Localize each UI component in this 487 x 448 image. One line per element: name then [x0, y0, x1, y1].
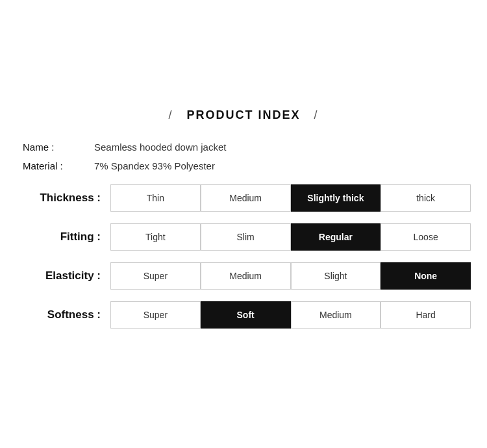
- product-info: Name : Seamless hooded down jacket Mater…: [16, 142, 471, 171]
- header: / PRODUCT INDEX /: [16, 108, 471, 122]
- index-row-thickness: Thickness :ThinMediumSlightly thickthick: [16, 184, 471, 212]
- thickness-option-0[interactable]: Thin: [110, 184, 201, 212]
- thickness-option-3[interactable]: thick: [381, 184, 471, 212]
- softness-options: SuperSoftMediumHard: [110, 301, 471, 329]
- title-text: PRODUCT INDEX: [186, 108, 300, 121]
- material-label: Material :: [23, 160, 94, 171]
- elasticity-option-2[interactable]: Slight: [291, 262, 381, 290]
- prefix-slash: /: [168, 108, 173, 121]
- thickness-options: ThinMediumSlightly thickthick: [110, 184, 471, 212]
- fitting-option-1[interactable]: Slim: [201, 223, 291, 251]
- header-title: / PRODUCT INDEX /: [168, 108, 318, 121]
- elasticity-option-1[interactable]: Medium: [201, 262, 291, 290]
- softness-label: Softness :: [16, 308, 110, 321]
- fitting-option-0[interactable]: Tight: [110, 223, 201, 251]
- softness-option-3[interactable]: Hard: [381, 301, 471, 329]
- softness-option-0[interactable]: Super: [110, 301, 201, 329]
- fitting-options: TightSlimRegularLoose: [110, 223, 471, 251]
- elasticity-option-0[interactable]: Super: [110, 262, 201, 290]
- material-row: Material : 7% Spandex 93% Polyester: [23, 160, 471, 171]
- thickness-option-2[interactable]: Slightly thick: [291, 184, 381, 212]
- material-value: 7% Spandex 93% Polyester: [94, 160, 215, 171]
- thickness-option-1[interactable]: Medium: [201, 184, 291, 212]
- fitting-label: Fitting :: [16, 230, 110, 243]
- index-row-elasticity: Elasticity :SuperMediumSlightNone: [16, 262, 471, 290]
- elasticity-option-3[interactable]: None: [381, 262, 471, 290]
- index-row-fitting: Fitting :TightSlimRegularLoose: [16, 223, 471, 251]
- elasticity-label: Elasticity :: [16, 269, 110, 282]
- name-label: Name :: [23, 142, 94, 153]
- index-row-softness: Softness :SuperSoftMediumHard: [16, 301, 471, 329]
- index-section: Thickness :ThinMediumSlightly thickthick…: [16, 184, 471, 329]
- softness-option-1[interactable]: Soft: [201, 301, 291, 329]
- softness-option-2[interactable]: Medium: [291, 301, 381, 329]
- suffix-slash: /: [314, 108, 319, 121]
- fitting-option-3[interactable]: Loose: [381, 223, 471, 251]
- fitting-option-2[interactable]: Regular: [291, 223, 381, 251]
- name-value: Seamless hooded down jacket: [94, 142, 226, 153]
- elasticity-options: SuperMediumSlightNone: [110, 262, 471, 290]
- name-row: Name : Seamless hooded down jacket: [23, 142, 471, 153]
- product-index-container: / PRODUCT INDEX / Name : Seamless hooded…: [10, 95, 477, 353]
- thickness-label: Thickness :: [16, 192, 110, 205]
